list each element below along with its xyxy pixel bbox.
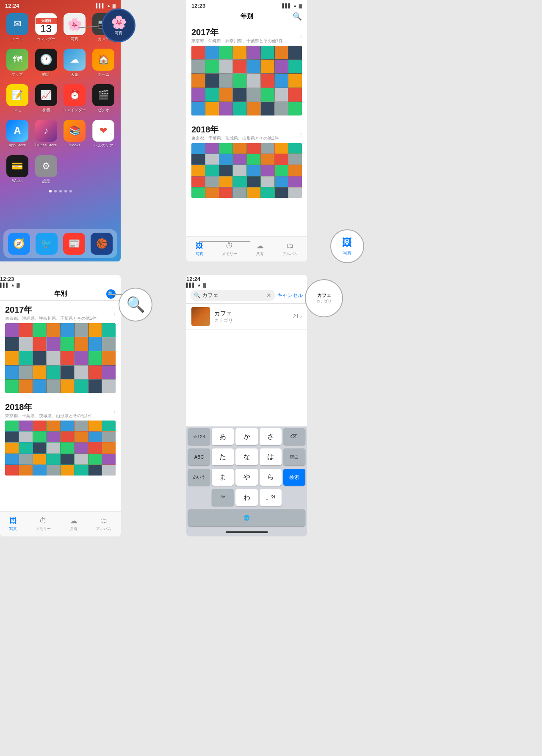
- year-2018-subtitle: 東京都、千葉県、茨城県、山形県とその他1件: [191, 135, 279, 141]
- kb-delete-key[interactable]: ⌫: [283, 428, 305, 445]
- kb-space-key[interactable]: 空白: [283, 448, 305, 465]
- sh-year-2018-title: 2018年: [5, 401, 92, 413]
- kb-punc-key[interactable]: 。?!: [260, 489, 282, 506]
- search-input-container[interactable]: 🔍 カフェ ✕: [191, 290, 275, 301]
- sh-tab-albums-icon: 🗂: [100, 517, 108, 525]
- kb-ka-key[interactable]: か: [235, 428, 257, 445]
- year-2017-subtitle: 東京都、沖縄県、神奈川県、千葉県とその他1件: [191, 38, 283, 44]
- app-appstore[interactable]: A App Store: [5, 120, 30, 148]
- dock-nba[interactable]: 🏀: [90, 233, 114, 255]
- sh-battery-icon: ▓: [17, 283, 19, 287]
- app-clock[interactable]: 🕐 時計: [34, 49, 58, 77]
- sh-signal-icon: ▌▌▌: [0, 283, 9, 287]
- safari-icon: 🧭: [8, 233, 30, 255]
- app-weather[interactable]: ☁ 天気: [63, 49, 87, 77]
- kb-ma-key[interactable]: ま: [212, 469, 234, 486]
- dot-5: [69, 190, 72, 192]
- kb-wa-key[interactable]: わ: [235, 489, 257, 506]
- kb-na-key[interactable]: な: [235, 448, 257, 465]
- app-stocks[interactable]: 📈 株価: [34, 84, 58, 113]
- kb-tenten-key[interactable]: ^^: [212, 489, 234, 506]
- search-callout-circle: 🔍: [119, 288, 152, 322]
- tab-callout-line: [199, 241, 250, 242]
- dock-safari[interactable]: 🧭: [7, 233, 31, 255]
- sh-tab-albums[interactable]: 🗂 アルバム: [96, 517, 111, 532]
- sh-year-2017-section[interactable]: 2017年 東京都、沖縄県、神奈川県、千葉県とその他1件 ›: [0, 301, 121, 395]
- kb-ya-key[interactable]: や: [235, 469, 257, 486]
- tab-albums[interactable]: 🗂 アルバム: [282, 242, 298, 257]
- home-screen: 12:24 ▌▌▌ ▲ ▓ ✉ メール 火曜日 13 カレンダー 🌸 写真 📷 …: [0, 0, 121, 261]
- photos-nav-bar: 年別 🔍: [186, 10, 307, 23]
- kb-ha-key[interactable]: は: [260, 448, 282, 465]
- home-indicator: [186, 530, 307, 536]
- app-home[interactable]: 🏠 ホーム: [91, 49, 116, 77]
- kb-search-key[interactable]: 検索: [283, 469, 305, 486]
- app-row-4: A App Store ♪ iTunes Store 📚 iBooks ❤ ヘル…: [0, 116, 121, 152]
- video-icon: 🎬: [92, 84, 114, 106]
- home-indicator-bar: [226, 531, 268, 533]
- sh-tab-photos[interactable]: 🖼 写真: [9, 517, 17, 532]
- result-callout-name: カフェ: [317, 292, 331, 299]
- search-results-screen: 12:24 ▌▌▌ ▲ ▓ 🔍 カフェ ✕ キャンセル カフェ カテゴリ 21 …: [186, 275, 307, 536]
- mail-icon: ✉: [6, 13, 28, 35]
- tab-albums-label: アルバム: [282, 251, 298, 257]
- search-clear-button[interactable]: ✕: [266, 292, 271, 299]
- search-cancel-button[interactable]: キャンセル: [277, 292, 303, 299]
- app-notes[interactable]: 📝 メモ: [5, 84, 30, 113]
- sh-tab-shared-icon: ☁: [70, 516, 77, 525]
- app-maps[interactable]: 🗺 マップ: [5, 49, 30, 77]
- sh-year-2018-grid: [5, 421, 116, 476]
- kb-abc-key[interactable]: ABC: [188, 448, 210, 465]
- sh-year-2018-arrow: ›: [113, 408, 116, 415]
- sh-mosaic-2017: [5, 323, 116, 393]
- app-reminders[interactable]: ⏰ リマインダー: [63, 84, 87, 113]
- dock-news[interactable]: 📰: [62, 233, 86, 255]
- year-2017-photo-grid: [191, 46, 302, 115]
- ibooks-icon: 📚: [64, 120, 86, 142]
- app-mail[interactable]: ✉ メール: [5, 13, 30, 42]
- tab-shared[interactable]: ☁ 共有: [256, 241, 264, 257]
- home-status-bar: 12:24 ▌▌▌ ▲ ▓: [0, 0, 121, 10]
- kb-ta-key[interactable]: た: [212, 448, 234, 465]
- app-health[interactable]: ❤ ヘルスケア: [91, 120, 116, 148]
- app-settings[interactable]: ⚙ 設定: [34, 155, 58, 184]
- kb-a-key[interactable]: あ: [212, 428, 234, 445]
- wallet-icon: 💳: [6, 155, 28, 177]
- year-2018-title: 2018年: [191, 124, 279, 135]
- maps-label: マップ: [11, 72, 23, 77]
- dot-2: [54, 190, 57, 192]
- app-itunes[interactable]: ♪ iTunes Store: [34, 120, 58, 148]
- kb-ra-key[interactable]: ら: [260, 469, 282, 486]
- sh-tab-memories[interactable]: ⏱ メモリー: [36, 517, 51, 532]
- sh-tab-memories-icon: ⏱: [39, 517, 47, 525]
- photos-nav-title: 年別: [241, 12, 253, 20]
- kb-globe-key[interactable]: 🌐: [188, 509, 305, 526]
- dot-4: [64, 190, 67, 192]
- dock-twitter[interactable]: 🐦: [34, 233, 58, 255]
- sh-wifi-icon: ▲: [11, 283, 15, 287]
- search-callout-line: [108, 294, 122, 295]
- app-wallet[interactable]: 💳 Wallet: [5, 155, 30, 184]
- kb-row-4: ^^ わ 。?!: [186, 487, 307, 508]
- kb-sa-key[interactable]: さ: [260, 428, 282, 445]
- kb-num-key[interactable]: ☆123: [188, 428, 210, 445]
- search-result-item[interactable]: カフェ カテゴリ 21 ›: [186, 304, 307, 330]
- search-results-status-bar: 12:24 ▌▌▌ ▲ ▓: [186, 275, 307, 287]
- year-2017-section[interactable]: 2017年 東京都、沖縄県、神奈川県、千葉県とその他1件 ›: [186, 23, 307, 117]
- app-video[interactable]: 🎬 ビデオ: [91, 84, 116, 113]
- app-calendar[interactable]: 火曜日 13 カレンダー: [34, 13, 58, 42]
- sh-tab-shared[interactable]: ☁ 共有: [70, 516, 77, 532]
- search-results-status-icons: ▌▌▌ ▲ ▓: [186, 283, 307, 287]
- dot-3: [59, 190, 62, 192]
- photos-callout-icon: 🌸: [111, 15, 127, 30]
- year-2018-section[interactable]: 2018年 東京都、千葉県、茨城県、山形県とその他1件 ›: [186, 121, 307, 200]
- sh-year-2018-section[interactable]: 2018年 東京都、千葉県、茨城県、山形県とその他1件 ›: [0, 398, 121, 477]
- sh-tab-shared-label: 共有: [70, 526, 77, 532]
- tab-photos[interactable]: 🖼 写真: [196, 242, 203, 257]
- photos-search-button[interactable]: 🔍: [293, 12, 302, 21]
- kb-aiu-key[interactable]: あいう: [188, 469, 210, 486]
- photos-tab-callout: 🖼 写真: [330, 229, 364, 263]
- battery-icon: ▓: [113, 3, 116, 8]
- tab-memories[interactable]: ⏱ メモリー: [222, 242, 237, 257]
- app-ibooks[interactable]: 📚 iBooks: [63, 120, 87, 148]
